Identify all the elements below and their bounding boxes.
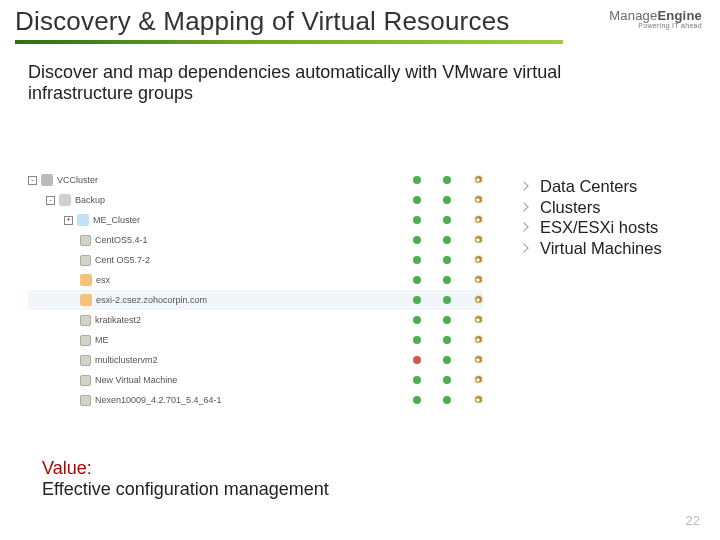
gear-icon[interactable]	[473, 215, 483, 225]
status-icons	[379, 195, 483, 205]
status-dot-icon	[413, 216, 421, 224]
brand-logo: ManageEngine Powering IT ahead	[609, 8, 702, 29]
gear-icon[interactable]	[473, 375, 483, 385]
status-icons	[379, 215, 483, 225]
status-icons	[379, 375, 483, 385]
value-text: Effective configuration management	[42, 479, 329, 499]
status-dot-icon	[443, 256, 451, 264]
status-dot-icon	[443, 236, 451, 244]
dc-icon	[59, 194, 71, 206]
host-icon	[80, 274, 92, 286]
vm-icon	[80, 355, 91, 366]
status-icons	[379, 355, 483, 365]
brand-logo-light: Manage	[609, 8, 657, 23]
status-dot-icon	[413, 176, 421, 184]
tree-row[interactable]: esx	[28, 270, 483, 290]
tree-node-label: VCCluster	[57, 175, 98, 185]
vm-icon	[80, 235, 91, 246]
bullet-item: Clusters	[520, 197, 710, 218]
gear-icon[interactable]	[473, 195, 483, 205]
status-dot-icon	[413, 316, 421, 324]
status-dot-icon	[443, 196, 451, 204]
tree-node-label: esx	[96, 275, 110, 285]
tree-row[interactable]: -VCCluster	[28, 170, 483, 190]
status-icons	[379, 395, 483, 405]
status-dot-icon	[413, 376, 421, 384]
tree-node-label: esxi-2.csez.zohocorpin.com	[96, 295, 207, 305]
tree-row[interactable]: ME	[28, 330, 483, 350]
tree-node-label: Backup	[75, 195, 105, 205]
status-dot-icon	[413, 336, 421, 344]
bullet-label: Data Centers	[540, 176, 637, 197]
tree-node-label: ME	[95, 335, 109, 345]
tree-row[interactable]: esxi-2.csez.zohocorpin.com	[28, 290, 483, 310]
tree-row[interactable]: New Virtual Machine	[28, 370, 483, 390]
gear-icon[interactable]	[473, 315, 483, 325]
status-icons	[379, 335, 483, 345]
status-icons	[379, 275, 483, 285]
bullet-label: Virtual Machines	[540, 238, 662, 259]
status-dot-icon	[413, 256, 421, 264]
status-dot-icon	[413, 276, 421, 284]
gear-icon[interactable]	[473, 355, 483, 365]
feature-bullets: Data Centers Clusters ESX/ESXi hosts Vir…	[520, 176, 710, 259]
gear-icon[interactable]	[473, 295, 483, 305]
status-icons	[379, 235, 483, 245]
gear-icon[interactable]	[473, 335, 483, 345]
title-underline	[15, 40, 563, 44]
tree-node-label: New Virtual Machine	[95, 375, 177, 385]
tree-toggle-icon[interactable]: -	[46, 196, 55, 205]
gear-icon[interactable]	[473, 255, 483, 265]
vm-icon	[80, 255, 91, 266]
tree-node-label: CentOS5.4-1	[95, 235, 148, 245]
intro-text: Discover and map dependencies automatica…	[28, 62, 648, 103]
brand-logo-bold: Engine	[657, 8, 702, 23]
tree-toggle-icon[interactable]: -	[28, 176, 37, 185]
tree-node-label: multiclustervm2	[95, 355, 158, 365]
tree-node-label: kratikatest2	[95, 315, 141, 325]
host-icon	[80, 294, 92, 306]
value-block: Value: Effective configuration managemen…	[42, 458, 329, 500]
status-dot-icon	[443, 376, 451, 384]
bullet-item: ESX/ESXi hosts	[520, 217, 710, 238]
tree-row[interactable]: kratikatest2	[28, 310, 483, 330]
status-dot-icon	[443, 396, 451, 404]
value-label: Value:	[42, 458, 329, 479]
status-dot-icon	[443, 356, 451, 364]
cl-icon	[77, 214, 89, 226]
page-number: 22	[686, 513, 700, 528]
tree-row[interactable]: CentOS5.4-1	[28, 230, 483, 250]
tree-row[interactable]: multiclustervm2	[28, 350, 483, 370]
status-dot-icon	[443, 296, 451, 304]
tree-row[interactable]: Nexen10009_4.2.701_5.4_64-1	[28, 390, 483, 410]
tree-row[interactable]: +ME_Cluster	[28, 210, 483, 230]
bullet-item: Data Centers	[520, 176, 710, 197]
tree-toggle-icon[interactable]: +	[64, 216, 73, 225]
brand-tagline: Powering IT ahead	[609, 22, 702, 29]
gear-icon[interactable]	[473, 235, 483, 245]
bullet-label: ESX/ESXi hosts	[540, 217, 658, 238]
vm-icon	[80, 315, 91, 326]
gear-icon[interactable]	[473, 395, 483, 405]
status-icons	[379, 315, 483, 325]
bullet-item: Virtual Machines	[520, 238, 710, 259]
status-dot-icon	[413, 356, 421, 364]
tree-node-label: Nexen10009_4.2.701_5.4_64-1	[95, 395, 222, 405]
tree-row[interactable]: -Backup	[28, 190, 483, 210]
status-icons	[379, 295, 483, 305]
gear-icon[interactable]	[473, 175, 483, 185]
status-dot-icon	[443, 316, 451, 324]
vm-icon	[80, 395, 91, 406]
status-dot-icon	[413, 236, 421, 244]
tree-node-label: ME_Cluster	[93, 215, 140, 225]
brand-logo-text: ManageEngine	[609, 8, 702, 23]
status-dot-icon	[443, 336, 451, 344]
slide-title: Discovery & Mapping of Virtual Resources	[15, 6, 510, 37]
title-bar: Discovery & Mapping of Virtual Resources…	[0, 0, 720, 52]
vc-icon	[41, 174, 53, 186]
tree-node-label: Cent OS5.7-2	[95, 255, 150, 265]
resource-tree: -VCCluster-Backup+ME_ClusterCentOS5.4-1C…	[28, 170, 483, 410]
status-icons	[379, 255, 483, 265]
gear-icon[interactable]	[473, 275, 483, 285]
tree-row[interactable]: Cent OS5.7-2	[28, 250, 483, 270]
